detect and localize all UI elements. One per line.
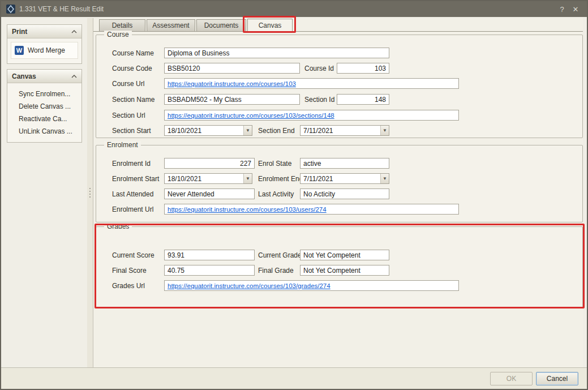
section-url-link[interactable]: https://equatorit.instructure.com/course… — [168, 112, 334, 119]
section-url-label: Section Url — [112, 112, 145, 119]
course-code-field[interactable] — [164, 63, 300, 74]
enrol-state-field[interactable] — [300, 158, 389, 169]
canvas-tab-page: Course Course Name Course Code Course Id… — [93, 32, 583, 367]
print-panel: Print W Word Merge — [7, 24, 82, 64]
tab-strip: Details Assessment Documents Canvas — [93, 19, 583, 32]
course-url-field[interactable]: https://equatorit.instructure.com/course… — [164, 78, 459, 89]
chevron-up-icon — [71, 75, 77, 78]
sidebar: Print W Word Merge Canvas Sync Enrolmen.… — [7, 24, 82, 148]
cancel-button[interactable]: Cancel — [536, 372, 578, 385]
course-name-label: Course Name — [112, 49, 154, 57]
dropdown-arrow-icon[interactable]: ▼ — [380, 126, 389, 135]
print-panel-header[interactable]: Print — [7, 25, 81, 38]
grades-group: Grades Current Score Current Grade Final… — [96, 226, 583, 308]
current-score-label: Current Score — [112, 251, 154, 259]
close-button[interactable]: ✕ — [569, 3, 582, 15]
chevron-up-icon — [71, 30, 77, 33]
enrolment-id-field[interactable] — [164, 158, 255, 169]
window-title: 1.331 VET & HE Result Edit — [19, 5, 555, 13]
dropdown-arrow-icon[interactable]: ▼ — [243, 126, 252, 135]
section-name-label: Section Name — [112, 96, 154, 104]
enrolment-id-label: Enrolment Id — [112, 160, 151, 168]
current-score-field[interactable] — [164, 250, 255, 260]
enrolment-end-picker[interactable]: 7/11/2021 ▼ — [300, 173, 389, 184]
grades-url-field[interactable]: https://equatorit.instructure.com/course… — [164, 280, 459, 291]
final-grade-label: Final Grade — [258, 267, 294, 275]
tab-details[interactable]: Details — [99, 19, 145, 31]
tab-assessment[interactable]: Assessment — [147, 19, 195, 31]
enrolment-start-label: Enrolment Start — [112, 175, 159, 183]
word-icon: W — [15, 46, 24, 55]
course-group-caption: Course — [104, 31, 132, 38]
course-name-field[interactable] — [164, 48, 389, 58]
main-area: Details Assessment Documents Canvas Cour… — [93, 18, 583, 367]
enrolment-url-field[interactable]: https://equatorit.instructure.com/course… — [164, 204, 459, 215]
dropdown-arrow-icon[interactable]: ▼ — [243, 174, 252, 183]
section-start-label: Section Start — [112, 127, 151, 135]
print-panel-title: Print — [12, 28, 27, 36]
sidebar-item-reactivate-canvas[interactable]: Reactivate Ca... — [11, 113, 78, 125]
section-id-field[interactable] — [337, 94, 389, 105]
ok-button[interactable]: OK — [490, 372, 533, 385]
enrolment-group: Enrolment Enrolment Id Enrol State Enrol… — [96, 145, 583, 222]
section-name-field[interactable] — [164, 94, 300, 105]
section-id-label: Section Id — [304, 96, 334, 104]
canvas-panel-header[interactable]: Canvas — [7, 70, 81, 83]
dialog-window: 1.331 VET & HE Result Edit ? ✕ Print W W… — [0, 0, 588, 390]
section-end-label: Section End — [258, 127, 295, 135]
sidebar-item-sync-enrolments[interactable]: Sync Enrolmen... — [11, 88, 78, 100]
word-merge-button[interactable]: W Word Merge — [11, 42, 78, 59]
canvas-panel: Canvas Sync Enrolmen... Delete Canvas ..… — [7, 69, 82, 143]
sidebar-item-delete-canvas[interactable]: Delete Canvas ... — [11, 100, 78, 113]
section-end-picker[interactable]: 7/11/2021 ▼ — [300, 125, 389, 136]
enrolment-start-picker[interactable]: 18/10/2021 ▼ — [164, 173, 252, 184]
course-id-field[interactable] — [337, 63, 389, 74]
dropdown-arrow-icon[interactable]: ▼ — [380, 174, 389, 183]
enrolment-url-label: Enrolment Url — [112, 205, 153, 213]
app-icon — [6, 5, 15, 14]
canvas-panel-title: Canvas — [12, 72, 36, 80]
grades-group-caption: Grades — [104, 222, 132, 230]
final-score-label: Final Score — [112, 267, 147, 275]
last-attended-field[interactable] — [164, 188, 255, 199]
last-attended-label: Last Attended — [112, 190, 153, 198]
enrolment-end-label: Enrolment End — [258, 175, 303, 183]
tab-documents[interactable]: Documents — [196, 19, 246, 31]
course-url-link[interactable]: https://equatorit.instructure.com/course… — [168, 80, 296, 87]
enrol-state-label: Enrol State — [258, 160, 291, 168]
splitter-handle[interactable] — [87, 18, 93, 367]
section-url-field[interactable]: https://equatorit.instructure.com/course… — [164, 110, 459, 121]
current-grade-field[interactable] — [300, 250, 389, 260]
last-activity-label: Last Activity — [258, 190, 294, 198]
footer-bar: OK Cancel — [1, 367, 587, 389]
title-bar: 1.331 VET & HE Result Edit ? ✕ — [1, 1, 587, 17]
grades-url-label: Grades Url — [112, 282, 145, 290]
course-id-label: Course Id — [304, 65, 334, 72]
section-start-picker[interactable]: 18/10/2021 ▼ — [164, 125, 252, 136]
word-merge-label: Word Merge — [28, 46, 65, 54]
last-activity-field[interactable] — [300, 188, 389, 199]
enrolment-url-link[interactable]: https://equatorit.instructure.com/course… — [168, 206, 327, 213]
final-grade-field[interactable] — [300, 265, 389, 276]
help-button[interactable]: ? — [555, 3, 569, 15]
enrolment-group-caption: Enrolment — [104, 141, 141, 149]
course-url-label: Course Url — [112, 80, 144, 88]
tab-canvas[interactable]: Canvas — [247, 19, 293, 32]
course-group: Course Course Name Course Code Course Id… — [96, 35, 583, 138]
final-score-field[interactable] — [164, 265, 255, 276]
grades-url-link[interactable]: https://equatorit.instructure.com/course… — [168, 282, 331, 289]
current-grade-label: Current Grade — [258, 251, 302, 259]
sidebar-item-unlink-canvas[interactable]: UnLink Canvas ... — [11, 125, 78, 138]
course-code-label: Course Code — [112, 65, 152, 72]
